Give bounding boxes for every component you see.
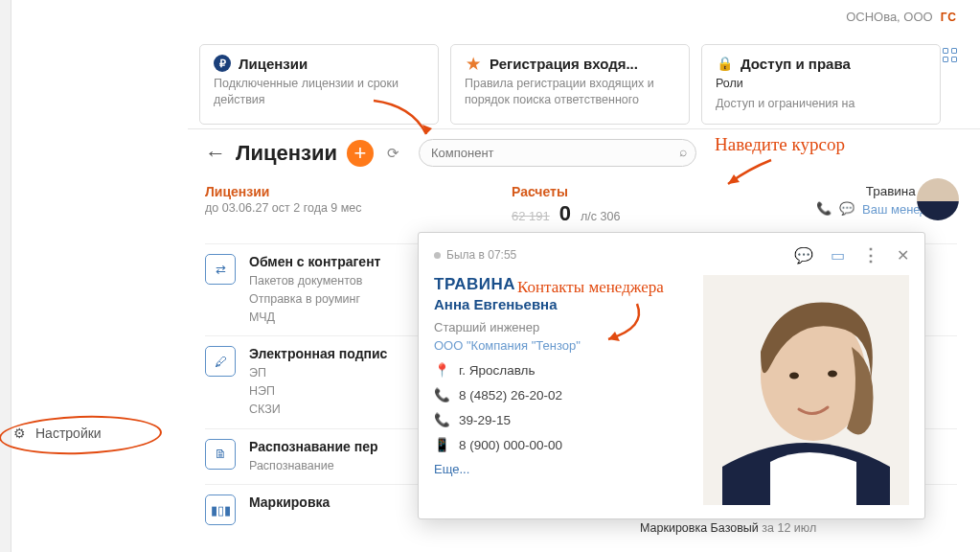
barcode-icon: ▮▯▮ (205, 494, 236, 525)
star-icon: ★ (465, 55, 482, 72)
col-sub: до 03.06.27 ост 2 года 9 мес (205, 201, 492, 215)
bottom-strip: Маркировка Базовый за 12 июл (640, 521, 816, 535)
add-button[interactable]: + (347, 140, 374, 167)
ruble-icon: ₽ (214, 55, 231, 72)
item-tags: ЭПНЭПСКЗИ (249, 364, 387, 418)
chat-icon[interactable]: 💬 (794, 246, 813, 264)
card-subtitle: Роли (716, 76, 926, 92)
refresh-button[interactable]: ⟳ (383, 145, 403, 162)
search-input[interactable] (419, 139, 696, 167)
panel-title: Лицензии (236, 141, 337, 166)
col-head: Расчеты (512, 184, 703, 199)
popup-city-row: 📍г. Ярославль (434, 362, 692, 378)
settings-label: Настройки (35, 426, 102, 441)
popup-surname: ТРАВИНА (434, 275, 692, 294)
calc-old-value: 62 191 (512, 209, 550, 223)
phone-icon: 📞 (434, 387, 449, 402)
apps-grid-icon[interactable] (943, 48, 957, 62)
close-icon[interactable]: ✕ (897, 246, 909, 264)
card-desc: Подключенные лицензии и сроки действия (214, 76, 424, 108)
card-access[interactable]: 🔒Доступ и права Роли Доступ и ограничени… (701, 44, 941, 125)
popup-company[interactable]: ООО "Компания "Тензор" (434, 338, 692, 353)
svg-point-3 (828, 371, 837, 378)
popup-photo (703, 275, 909, 505)
col-calculations: Расчеты 62 191 0 л/с 306 (512, 184, 703, 226)
video-icon[interactable]: ▭ (831, 246, 845, 264)
search-icon[interactable]: ⌕ (679, 144, 687, 159)
cards-row: ₽Лицензии Подключенные лицензии и сроки … (199, 44, 941, 125)
more-icon[interactable]: ⋮ (862, 244, 879, 265)
item-title: Обмен с контрагент (249, 254, 380, 269)
logo-icon: ГС (941, 11, 957, 24)
popup-fullname: Анна Евгеньевна (434, 296, 692, 312)
usb-icon: 🖊 (205, 346, 236, 377)
card-registration[interactable]: ★Регистрация входя... Правила регистраци… (450, 44, 690, 125)
calc-value: 0 (559, 201, 571, 226)
gear-icon: ⚙ (13, 426, 26, 441)
scan-icon: 🗎 (205, 439, 236, 470)
popup-role: Старший инженер (434, 320, 692, 334)
org-name: ОСНОва, ООО (846, 10, 933, 24)
popup-mobile-row[interactable]: 📱8 (900) 000-00-00 (434, 437, 692, 452)
card-title: Доступ и права (741, 56, 851, 72)
card-title: Регистрация входя... (490, 56, 638, 72)
col-licenses: Лицензии до 03.06.27 ост 2 года 9 мес (205, 184, 492, 226)
item-tags: Распознавание (249, 457, 378, 475)
summary-columns: Лицензии до 03.06.27 ост 2 года 9 мес Ра… (205, 184, 957, 226)
back-button[interactable]: ← (205, 141, 226, 166)
contact-popup: Была в 07:55 💬 ▭ ⋮ ✕ ТРАВИНА Анна Евгень… (418, 232, 925, 519)
item-title: Маркировка (249, 494, 330, 510)
mobile-icon: 📱 (434, 437, 449, 452)
exchange-icon: ⇄ (205, 254, 236, 285)
settings-button[interactable]: ⚙ Настройки (8, 422, 119, 445)
lock-icon: 🔒 (716, 55, 733, 72)
popup-more-link[interactable]: Еще... (434, 462, 692, 476)
bottom-date: за 12 июл (762, 521, 816, 535)
card-licenses[interactable]: ₽Лицензии Подключенные лицензии и сроки … (199, 44, 439, 125)
item-title: Электронная подпис (249, 346, 387, 361)
popup-status: Была в 07:55 (434, 248, 516, 262)
popup-phone-row[interactable]: 📞8 (4852) 26-20-02 (434, 387, 692, 402)
card-desc: Правила регистрации входящих и порядок п… (465, 76, 675, 108)
search-box: ⌕ (419, 139, 696, 167)
sidebar-stub (0, 0, 11, 552)
chat-icon[interactable]: 💬 (839, 201, 855, 217)
popup-phone-row[interactable]: 📞39-29-15 (434, 412, 692, 427)
calc-account: л/с 306 (581, 210, 620, 223)
item-title: Распознавание пер (249, 439, 378, 454)
card-desc: Доступ и ограничения на (716, 96, 926, 112)
pin-icon: 📍 (434, 362, 449, 378)
panel-header: ← Лицензии + ⟳ ⌕ (205, 139, 957, 167)
phone-icon: 📞 (434, 412, 449, 427)
col-head: Лицензии (205, 184, 492, 199)
phone-icon[interactable]: 📞 (816, 201, 832, 217)
org-label: ОСНОва, ООО ГС (846, 10, 957, 24)
manager-avatar[interactable] (917, 178, 959, 220)
bottom-title: Маркировка Базовый (640, 521, 759, 535)
svg-point-2 (789, 373, 799, 380)
item-tags: Пакетов документовОтправка в роумингМЧД (249, 272, 380, 326)
manager-name: Травина Анна (722, 184, 949, 198)
card-title: Лицензии (239, 56, 308, 72)
